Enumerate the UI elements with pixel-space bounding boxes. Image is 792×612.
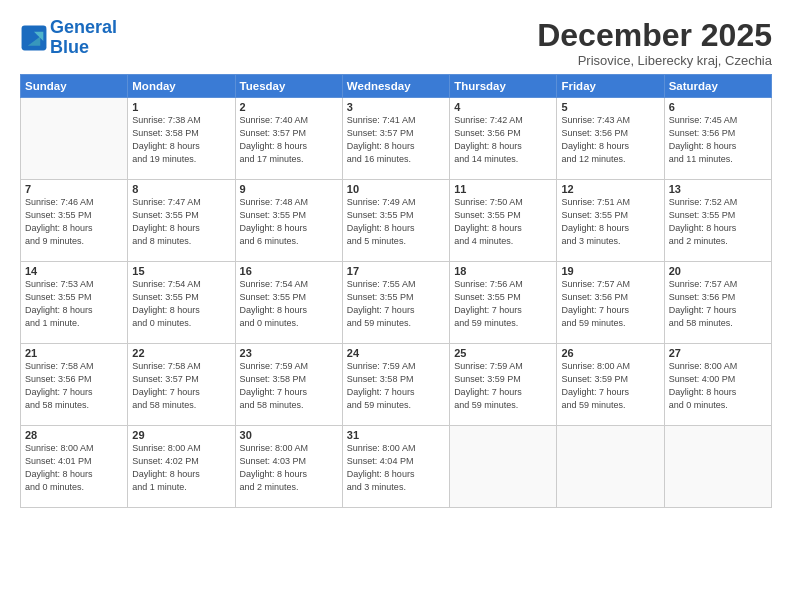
day-cell: 18Sunrise: 7:56 AM Sunset: 3:55 PM Dayli… xyxy=(450,262,557,344)
day-cell: 4Sunrise: 7:42 AM Sunset: 3:56 PM Daylig… xyxy=(450,98,557,180)
day-number: 7 xyxy=(25,183,123,195)
month-title: December 2025 xyxy=(537,18,772,53)
day-info: Sunrise: 7:54 AM Sunset: 3:55 PM Dayligh… xyxy=(132,278,230,330)
day-info: Sunrise: 7:38 AM Sunset: 3:58 PM Dayligh… xyxy=(132,114,230,166)
day-cell: 21Sunrise: 7:58 AM Sunset: 3:56 PM Dayli… xyxy=(21,344,128,426)
day-number: 20 xyxy=(669,265,767,277)
day-cell: 27Sunrise: 8:00 AM Sunset: 4:00 PM Dayli… xyxy=(664,344,771,426)
logo-blue: Blue xyxy=(50,37,89,57)
day-info: Sunrise: 8:00 AM Sunset: 4:02 PM Dayligh… xyxy=(132,442,230,494)
day-number: 31 xyxy=(347,429,445,441)
day-cell xyxy=(557,426,664,508)
day-number: 3 xyxy=(347,101,445,113)
logo: General Blue xyxy=(20,18,117,58)
day-cell: 11Sunrise: 7:50 AM Sunset: 3:55 PM Dayli… xyxy=(450,180,557,262)
day-number: 21 xyxy=(25,347,123,359)
day-cell: 28Sunrise: 8:00 AM Sunset: 4:01 PM Dayli… xyxy=(21,426,128,508)
day-info: Sunrise: 7:40 AM Sunset: 3:57 PM Dayligh… xyxy=(240,114,338,166)
day-cell: 14Sunrise: 7:53 AM Sunset: 3:55 PM Dayli… xyxy=(21,262,128,344)
day-info: Sunrise: 8:00 AM Sunset: 3:59 PM Dayligh… xyxy=(561,360,659,412)
day-number: 16 xyxy=(240,265,338,277)
col-header-tuesday: Tuesday xyxy=(235,75,342,98)
day-cell: 2Sunrise: 7:40 AM Sunset: 3:57 PM Daylig… xyxy=(235,98,342,180)
day-info: Sunrise: 7:57 AM Sunset: 3:56 PM Dayligh… xyxy=(561,278,659,330)
day-info: Sunrise: 7:42 AM Sunset: 3:56 PM Dayligh… xyxy=(454,114,552,166)
day-number: 9 xyxy=(240,183,338,195)
day-number: 8 xyxy=(132,183,230,195)
day-cell: 25Sunrise: 7:59 AM Sunset: 3:59 PM Dayli… xyxy=(450,344,557,426)
day-cell: 1Sunrise: 7:38 AM Sunset: 3:58 PM Daylig… xyxy=(128,98,235,180)
day-cell: 19Sunrise: 7:57 AM Sunset: 3:56 PM Dayli… xyxy=(557,262,664,344)
title-block: December 2025 Prisovice, Liberecky kraj,… xyxy=(537,18,772,68)
day-number: 10 xyxy=(347,183,445,195)
day-number: 26 xyxy=(561,347,659,359)
day-number: 11 xyxy=(454,183,552,195)
day-number: 19 xyxy=(561,265,659,277)
day-cell: 9Sunrise: 7:48 AM Sunset: 3:55 PM Daylig… xyxy=(235,180,342,262)
day-info: Sunrise: 7:59 AM Sunset: 3:58 PM Dayligh… xyxy=(240,360,338,412)
day-number: 30 xyxy=(240,429,338,441)
day-number: 27 xyxy=(669,347,767,359)
day-cell: 20Sunrise: 7:57 AM Sunset: 3:56 PM Dayli… xyxy=(664,262,771,344)
week-row-2: 7Sunrise: 7:46 AM Sunset: 3:55 PM Daylig… xyxy=(21,180,772,262)
day-cell: 22Sunrise: 7:58 AM Sunset: 3:57 PM Dayli… xyxy=(128,344,235,426)
week-row-1: 1Sunrise: 7:38 AM Sunset: 3:58 PM Daylig… xyxy=(21,98,772,180)
col-header-thursday: Thursday xyxy=(450,75,557,98)
day-info: Sunrise: 7:56 AM Sunset: 3:55 PM Dayligh… xyxy=(454,278,552,330)
day-number: 25 xyxy=(454,347,552,359)
week-row-4: 21Sunrise: 7:58 AM Sunset: 3:56 PM Dayli… xyxy=(21,344,772,426)
day-cell xyxy=(664,426,771,508)
day-cell: 8Sunrise: 7:47 AM Sunset: 3:55 PM Daylig… xyxy=(128,180,235,262)
day-number: 13 xyxy=(669,183,767,195)
col-header-friday: Friday xyxy=(557,75,664,98)
day-cell: 30Sunrise: 8:00 AM Sunset: 4:03 PM Dayli… xyxy=(235,426,342,508)
day-cell: 26Sunrise: 8:00 AM Sunset: 3:59 PM Dayli… xyxy=(557,344,664,426)
header-row: SundayMondayTuesdayWednesdayThursdayFrid… xyxy=(21,75,772,98)
day-info: Sunrise: 7:59 AM Sunset: 3:59 PM Dayligh… xyxy=(454,360,552,412)
week-row-5: 28Sunrise: 8:00 AM Sunset: 4:01 PM Dayli… xyxy=(21,426,772,508)
day-info: Sunrise: 7:48 AM Sunset: 3:55 PM Dayligh… xyxy=(240,196,338,248)
col-header-monday: Monday xyxy=(128,75,235,98)
day-info: Sunrise: 7:52 AM Sunset: 3:55 PM Dayligh… xyxy=(669,196,767,248)
day-cell: 10Sunrise: 7:49 AM Sunset: 3:55 PM Dayli… xyxy=(342,180,449,262)
day-info: Sunrise: 7:45 AM Sunset: 3:56 PM Dayligh… xyxy=(669,114,767,166)
day-info: Sunrise: 7:47 AM Sunset: 3:55 PM Dayligh… xyxy=(132,196,230,248)
calendar-table: SundayMondayTuesdayWednesdayThursdayFrid… xyxy=(20,74,772,508)
day-cell: 5Sunrise: 7:43 AM Sunset: 3:56 PM Daylig… xyxy=(557,98,664,180)
day-info: Sunrise: 8:00 AM Sunset: 4:04 PM Dayligh… xyxy=(347,442,445,494)
week-row-3: 14Sunrise: 7:53 AM Sunset: 3:55 PM Dayli… xyxy=(21,262,772,344)
day-number: 4 xyxy=(454,101,552,113)
day-cell: 7Sunrise: 7:46 AM Sunset: 3:55 PM Daylig… xyxy=(21,180,128,262)
day-number: 1 xyxy=(132,101,230,113)
day-info: Sunrise: 8:00 AM Sunset: 4:01 PM Dayligh… xyxy=(25,442,123,494)
day-cell: 6Sunrise: 7:45 AM Sunset: 3:56 PM Daylig… xyxy=(664,98,771,180)
day-info: Sunrise: 7:59 AM Sunset: 3:58 PM Dayligh… xyxy=(347,360,445,412)
day-cell: 29Sunrise: 8:00 AM Sunset: 4:02 PM Dayli… xyxy=(128,426,235,508)
day-number: 14 xyxy=(25,265,123,277)
day-cell: 17Sunrise: 7:55 AM Sunset: 3:55 PM Dayli… xyxy=(342,262,449,344)
day-number: 5 xyxy=(561,101,659,113)
day-info: Sunrise: 7:53 AM Sunset: 3:55 PM Dayligh… xyxy=(25,278,123,330)
day-cell: 16Sunrise: 7:54 AM Sunset: 3:55 PM Dayli… xyxy=(235,262,342,344)
col-header-saturday: Saturday xyxy=(664,75,771,98)
day-cell: 13Sunrise: 7:52 AM Sunset: 3:55 PM Dayli… xyxy=(664,180,771,262)
day-info: Sunrise: 7:51 AM Sunset: 3:55 PM Dayligh… xyxy=(561,196,659,248)
day-info: Sunrise: 7:49 AM Sunset: 3:55 PM Dayligh… xyxy=(347,196,445,248)
day-info: Sunrise: 7:41 AM Sunset: 3:57 PM Dayligh… xyxy=(347,114,445,166)
day-number: 6 xyxy=(669,101,767,113)
header: General Blue December 2025 Prisovice, Li… xyxy=(20,18,772,68)
day-number: 17 xyxy=(347,265,445,277)
day-number: 22 xyxy=(132,347,230,359)
day-info: Sunrise: 7:55 AM Sunset: 3:55 PM Dayligh… xyxy=(347,278,445,330)
day-info: Sunrise: 7:58 AM Sunset: 3:56 PM Dayligh… xyxy=(25,360,123,412)
page: General Blue December 2025 Prisovice, Li… xyxy=(0,0,792,612)
day-number: 28 xyxy=(25,429,123,441)
day-cell: 23Sunrise: 7:59 AM Sunset: 3:58 PM Dayli… xyxy=(235,344,342,426)
day-info: Sunrise: 7:46 AM Sunset: 3:55 PM Dayligh… xyxy=(25,196,123,248)
logo-icon xyxy=(20,24,48,52)
day-info: Sunrise: 8:00 AM Sunset: 4:03 PM Dayligh… xyxy=(240,442,338,494)
day-number: 24 xyxy=(347,347,445,359)
day-cell: 31Sunrise: 8:00 AM Sunset: 4:04 PM Dayli… xyxy=(342,426,449,508)
day-number: 12 xyxy=(561,183,659,195)
day-info: Sunrise: 7:57 AM Sunset: 3:56 PM Dayligh… xyxy=(669,278,767,330)
